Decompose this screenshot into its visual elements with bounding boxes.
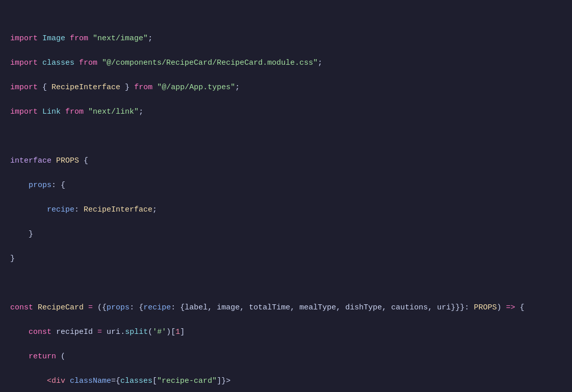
line-8: recipe: RecipeInterface; [10, 204, 562, 216]
line-9: } [10, 228, 562, 241]
line-6: interface PROPS { [10, 155, 562, 167]
line-12: const RecipeCard = ({props: {recipe: {la… [10, 302, 562, 314]
line-13: const recipeId = uri.split('#')[1] [10, 326, 562, 338]
code-editor: import Image from "next/image"; import c… [10, 8, 562, 392]
line-4: import Link from "next/link"; [10, 106, 562, 118]
line-10: } [10, 253, 562, 265]
line-3: import { RecipeInterface } from "@/app/A… [10, 82, 562, 94]
line-7: props: { [10, 179, 562, 192]
line-5 [10, 130, 562, 143]
line-11 [10, 277, 562, 290]
line-15: <div className={classes["recipe-card"]}> [10, 375, 562, 387]
line-14: return ( [10, 351, 562, 363]
line-1: import Image from "next/image"; [10, 33, 562, 45]
line-2: import classes from "@/components/Recipe… [10, 57, 562, 69]
